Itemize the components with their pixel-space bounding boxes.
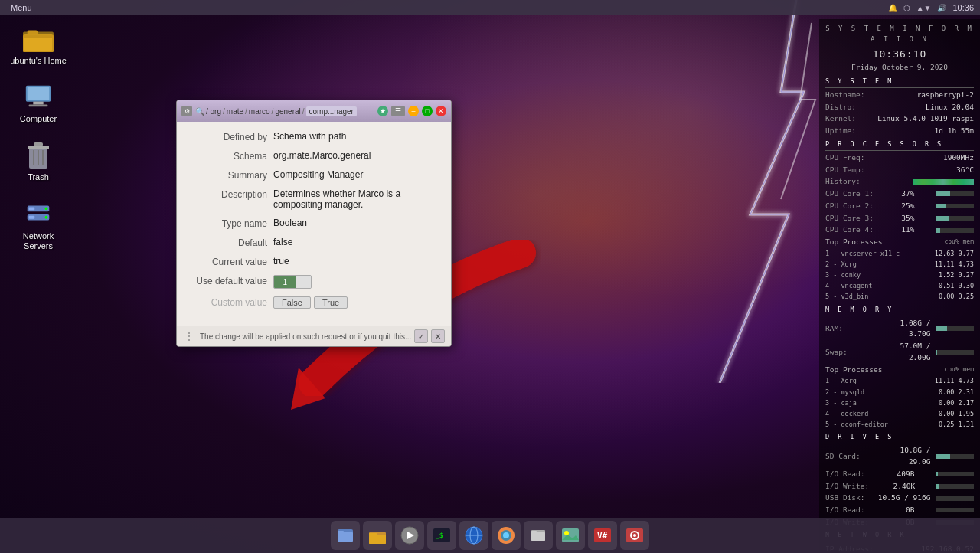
confirm-button[interactable]: ✓ [414, 329, 428, 343]
status-close-button[interactable]: ✕ [431, 329, 445, 343]
memory-section-header: M E M O R Y [825, 305, 974, 316]
top-proc-4-name: 4 - vncagent [825, 281, 875, 291]
cpu-core1-value: 37% [893, 188, 915, 200]
ram-value: 1.08G / 3.70G [877, 318, 931, 340]
taskbar-files[interactable] [331, 521, 360, 550]
cpu-temp-row: CPU Temp: 36°C [825, 165, 974, 176]
cpu-freq-label: CPU Freq: [825, 152, 875, 164]
svg-rect-7 [33, 102, 43, 105]
mem-proc-4: 4 - dockerd 0.00 1.95 [825, 409, 974, 419]
taskbar-settings[interactable] [620, 521, 649, 550]
default-row: Default false [189, 237, 439, 248]
swap-value: 57.0M / 2.00G [877, 341, 931, 363]
minimize-button[interactable]: – [408, 106, 419, 116]
bc-general: general [275, 107, 300, 116]
svg-rect-4 [24, 34, 52, 38]
statusbar-text: The change will be applied on such reque… [200, 332, 411, 341]
use-default-toggle[interactable]: 1 [273, 275, 312, 289]
sdcard-read-row: I/O Read: 409B [825, 469, 974, 480]
kernel-label: Kernel: [825, 113, 875, 125]
top-proc-5-name: 5 - v3d_bin [825, 292, 875, 302]
cpu-core2-row: CPU Core 2: 25% [825, 201, 974, 212]
statusbar-actions: ✓ ✕ [414, 329, 445, 343]
taskbar-files2[interactable] [524, 521, 553, 550]
current-value-value: true [273, 256, 439, 267]
hostname-row: Hostname: raspberrypi-2 [825, 90, 974, 101]
statusbar-menu-icon[interactable]: ⋮ [183, 330, 195, 342]
titlebar-actions: ★ ☰ – □ ✕ [377, 106, 446, 116]
maximize-button[interactable]: □ [422, 106, 433, 116]
svg-point-18 [45, 215, 48, 218]
taskbar-home[interactable] [363, 521, 392, 550]
top-proc-1-vals: 12.63 0.77 [900, 249, 974, 259]
network-icon-label: Network Servers [8, 231, 69, 251]
menu-label[interactable]: Menu [6, 3, 37, 12]
top-proc-1-name: 1 - vncserver-x11-c [825, 249, 900, 259]
desktop-icon-network[interactable]: Network Servers [8, 198, 69, 251]
dialog-statusbar: ⋮ The change will be applied on such req… [177, 326, 451, 346]
kernel-row: Kernel: Linux 5.4.0-1019-raspi [825, 113, 974, 125]
svg-rect-24 [338, 531, 344, 534]
use-default-row: Use default value 1 [189, 275, 439, 289]
close-button[interactable]: ✕ [436, 106, 446, 116]
desktop-icon-trash[interactable]: Trash [8, 139, 69, 182]
distro-value: Linux 20.04 [875, 102, 974, 113]
top-proc-5-vals: 0.00 0.25 [875, 292, 974, 302]
type-name-value: Boolean [273, 218, 439, 228]
usb-read-value: 0B [893, 505, 915, 516]
svg-text:_$: _$ [436, 532, 443, 539]
svg-rect-27 [369, 533, 377, 536]
defined-by-value: Schema with path [273, 131, 439, 142]
desktop-icon-computer[interactable]: Computer [8, 81, 69, 124]
desktop-icon-home[interactable]: ubuntu's Home [8, 23, 69, 66]
sdcard-write-bar [936, 484, 974, 489]
svg-point-17 [45, 207, 48, 210]
taskbar-terminal[interactable]: _$ [427, 521, 456, 550]
bluetooth-icon[interactable]: ⬡ [903, 4, 910, 12]
mem-proc-4-name: 4 - dockerd [825, 409, 875, 419]
menu-button[interactable]: ☰ [391, 106, 405, 116]
hostname-label: Hostname: [825, 90, 875, 101]
system-section-header: S Y S T E M [825, 77, 974, 88]
taskbar-globe[interactable] [459, 521, 488, 550]
sdcard-label: SD Card: [825, 451, 875, 463]
dialog-content: Defined by Schema with path Schema org.m… [177, 122, 451, 326]
top-proc-4: 4 - vncagent 0.51 0.30 [825, 281, 974, 291]
taskbar-code[interactable]: V# [588, 521, 617, 550]
ram-row: RAM: 1.08G / 3.70G [825, 318, 974, 340]
notification-icon[interactable]: 🔔 [888, 4, 897, 12]
svg-point-48 [633, 534, 636, 537]
cpu-core3-bar [936, 216, 974, 221]
bc-marco: marco [249, 107, 270, 116]
svg-rect-19 [29, 207, 35, 210]
radio-false-button[interactable]: False [273, 296, 311, 309]
top-proc-3-name: 3 - conky [825, 270, 875, 280]
taskbar-firefox[interactable] [492, 521, 521, 550]
mem-proc-2-name: 2 - mysqld [825, 388, 875, 398]
svg-rect-41 [562, 528, 579, 542]
cpu-history-label: History: [825, 176, 875, 188]
network-icon[interactable]: ▲▼ [916, 4, 932, 12]
svg-point-37 [503, 532, 509, 538]
cpu-core1-bar [936, 191, 974, 196]
summary-value: Compositing Manager [273, 169, 439, 180]
svg-text:V#: V# [597, 531, 608, 541]
bookmark-button[interactable]: ★ [377, 106, 388, 116]
uptime-value: 1d 1h 55m [875, 126, 974, 137]
kernel-value: Linux 5.4.0-1019-raspi [875, 113, 974, 125]
sdcard-row: SD Card: 10.8G / 29.0G [825, 445, 974, 467]
top-proc-2: 2 - Xorg 11.11 4.73 [825, 260, 974, 270]
radio-true-button[interactable]: True [314, 296, 348, 309]
taskbar-runner[interactable] [395, 521, 424, 550]
sdcard-read-bar [936, 472, 974, 476]
bc-current: comp...nager [306, 106, 357, 116]
custom-value-row: Custom value False True [189, 296, 439, 309]
cpu-core4-bar [936, 228, 974, 233]
usb-read-bar [936, 508, 974, 512]
taskbar-image[interactable] [556, 521, 585, 550]
dialog-titlebar: ⚙ 🔍 / org / mate / marco / general / com… [177, 100, 451, 122]
cpu-core4-row: CPU Core 4: 11% [825, 224, 974, 236]
use-default-label: Use default value [189, 275, 273, 286]
volume-icon[interactable]: 🔊 [937, 4, 946, 12]
mem-proc-3-vals: 0.00 2.17 [875, 398, 974, 408]
